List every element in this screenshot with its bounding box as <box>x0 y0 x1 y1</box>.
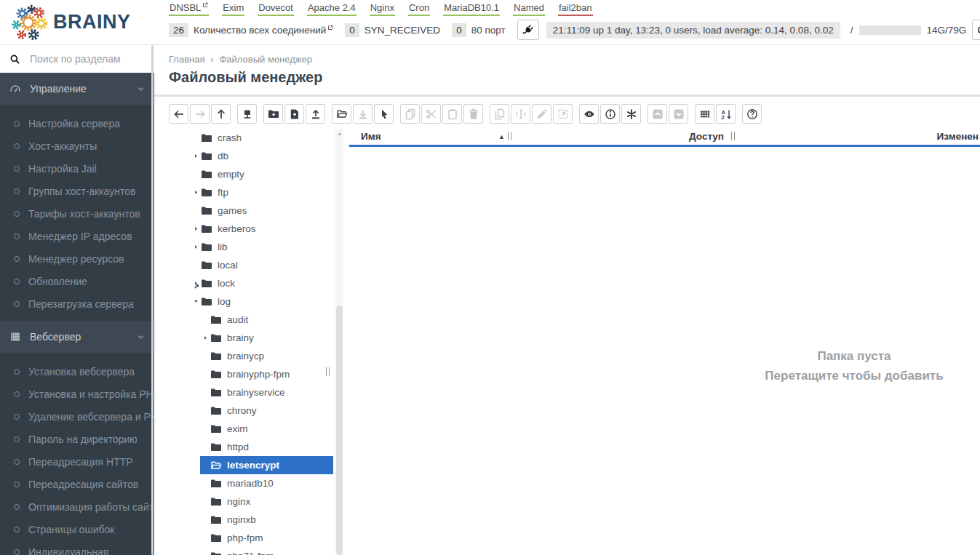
tree-item-brainy[interactable]: brainy <box>154 329 333 347</box>
column-header-modified[interactable]: Изменен <box>937 131 979 142</box>
search-input[interactable] <box>28 52 148 65</box>
extract-to-button[interactable] <box>553 104 573 124</box>
sort-order-button[interactable]: AZ <box>716 104 736 124</box>
tree-item-row[interactable]: lock <box>191 274 333 292</box>
sidebar-item-настройка-сервера[interactable]: Настройка сервера <box>0 112 154 135</box>
sidebar-item-настройка-jail[interactable]: Настройка Jail <box>0 157 154 180</box>
service-link-nginx[interactable]: Nginx <box>370 1 395 16</box>
sidebar-item-пароль-на-директорию[interactable]: Пароль на директорию <box>0 428 154 450</box>
tree-item-row[interactable]: games <box>191 201 333 220</box>
permissions-button[interactable] <box>621 104 641 124</box>
panel-resize-handle[interactable] <box>326 367 330 376</box>
service-link-exim[interactable]: Exim <box>222 1 244 16</box>
archive-compress-button[interactable] <box>648 104 667 124</box>
tree-item-row[interactable]: crash <box>191 129 333 147</box>
tree-item-brainycp[interactable]: brainycp <box>154 347 333 365</box>
scrollbar-up-icon[interactable] <box>337 131 343 137</box>
sidebar-item-оптимизация-работы-сайта[interactable]: Оптимизация работы сайта <box>0 495 154 518</box>
sidebar-item-перезагрузка-сервера[interactable]: Перезагрузка сервера <box>0 292 154 315</box>
tree-item-row[interactable]: audit <box>200 311 333 329</box>
properties-button[interactable] <box>600 104 620 124</box>
root-directory-button[interactable] <box>237 104 257 124</box>
sidebar-scrollbar[interactable] <box>151 45 154 555</box>
tree-item-row[interactable]: kerberos <box>191 220 333 238</box>
tree-scrollbar-thumb[interactable] <box>336 306 343 555</box>
tree-item-audit[interactable]: audit <box>154 311 333 329</box>
sidebar-item-переадресация-сайтов[interactable]: Переадресация сайтов <box>0 473 154 495</box>
tree-item-row[interactable]: mariadb10 <box>200 474 333 492</box>
service-link-apache-2-4[interactable]: Apache 2.4 <box>307 1 356 16</box>
sidebar-item-обновление[interactable]: Обновление <box>0 270 154 292</box>
sidebar-item-страницы-ошибок[interactable]: Страницы ошибок <box>0 518 154 540</box>
tree-item-row[interactable]: httpd <box>200 438 333 456</box>
service-link-cron[interactable]: Cron <box>408 1 430 16</box>
tree-item-nginxb[interactable]: nginxb <box>154 511 333 529</box>
tree-item-row[interactable]: db <box>191 147 333 165</box>
sidebar-item-менеджер-ip-адресов[interactable]: Менеджер IP адресов <box>0 225 154 247</box>
tree-item-brainyservice[interactable]: brainyservice <box>154 383 333 402</box>
sidebar-item-менеджер-ресурсов[interactable]: Менеджер ресурсов <box>0 247 154 270</box>
breadcrumb-home-link[interactable]: Главная <box>169 54 204 65</box>
duplicate-button[interactable] <box>490 104 509 124</box>
tree-item-row[interactable]: exim <box>200 420 333 438</box>
tree-item-nginx[interactable]: nginx <box>154 492 333 511</box>
expand-caret-icon[interactable] <box>191 244 201 250</box>
tree-item-row[interactable]: lib <box>191 238 333 256</box>
tree-item-mariadb10[interactable]: mariadb10 <box>154 474 333 492</box>
sidebar-item-установка-вебсервера[interactable]: Установка вебсервера <box>0 360 154 383</box>
tree-item-chrony[interactable]: chrony <box>154 402 333 420</box>
tree-item-row[interactable]: letsencrypt <box>200 456 333 474</box>
open-folder-button[interactable] <box>332 104 351 124</box>
tree-item-row[interactable]: brainyservice <box>200 383 333 402</box>
sidebar-item-группы-хост-аккаунтов[interactable]: Группы хост-аккаунтов <box>0 180 154 202</box>
tree-item-php71-fpm[interactable]: php71-fpm <box>154 547 333 555</box>
tree-item-row[interactable]: empty <box>191 165 333 183</box>
sidebar-item-удаление-вебсервера-и-php[interactable]: Удаление вебсервера и PHP <box>0 405 154 428</box>
sidebar-section-вебсервер[interactable]: Вебсервер <box>0 321 154 353</box>
service-link-fail2ban[interactable]: fail2ban <box>558 1 593 16</box>
tree-scrollbar[interactable] <box>335 129 343 555</box>
tree-item-row[interactable]: ftp <box>191 183 333 201</box>
tree-item-row[interactable]: brainy <box>200 329 333 347</box>
tree-item-letsencrypt[interactable]: letsencrypt <box>154 456 333 474</box>
tree-item-lock[interactable]: lock <box>154 274 333 292</box>
tree-item-row[interactable]: nginxb <box>200 511 333 529</box>
expand-caret-icon[interactable] <box>200 335 210 341</box>
expand-caret-icon[interactable] <box>191 153 201 159</box>
tree-item-empty[interactable]: empty <box>154 165 333 183</box>
tree-item-crash[interactable]: crash <box>154 129 333 147</box>
tree-item-brainyphp-fpm[interactable]: brainyphp-fpm <box>154 365 333 383</box>
preview-button[interactable] <box>579 104 599 124</box>
tree-item-local[interactable]: local <box>154 256 333 274</box>
column-header-name[interactable]: Имя <box>361 131 381 142</box>
cut-button[interactable] <box>421 104 441 124</box>
tree-item-row[interactable]: local <box>191 256 333 274</box>
tree-item-row[interactable]: php-fpm <box>200 529 333 547</box>
column-resize-handle-access[interactable] <box>731 132 735 140</box>
expand-caret-icon[interactable] <box>191 225 201 232</box>
download-button[interactable] <box>353 104 373 124</box>
tree-item-httpd[interactable]: httpd <box>154 438 333 456</box>
tree-item-lib[interactable]: lib <box>154 238 333 256</box>
logo[interactable]: BRAINY <box>0 0 154 44</box>
forward-button[interactable] <box>190 104 210 124</box>
sidebar-item-переадресация-http[interactable]: Переадресация HTTP <box>0 450 154 473</box>
copy-button[interactable] <box>400 104 420 124</box>
tree-item-ftp[interactable]: ftp <box>154 183 333 201</box>
new-folder-button[interactable] <box>263 104 283 124</box>
paste-button[interactable] <box>442 104 462 124</box>
sidebar-section-управление[interactable]: Управление <box>0 73 154 105</box>
tree-item-php-fpm[interactable]: php-fpm <box>154 529 333 547</box>
tree-item-db[interactable]: db <box>154 147 333 165</box>
connections-plug-button[interactable] <box>517 20 539 40</box>
rename-button[interactable] <box>511 104 530 124</box>
back-button[interactable] <box>169 104 188 124</box>
service-link-dovecot[interactable]: Dovecot <box>258 1 294 16</box>
sidebar-item-установка-и-настройка-php[interactable]: Установка и настройка PHP <box>0 383 154 405</box>
upload-button[interactable] <box>306 104 325 124</box>
sidebar-item-индивидуальная[interactable]: Индивидуальная <box>0 540 154 555</box>
new-file-button[interactable] <box>284 104 304 124</box>
up-directory-button[interactable] <box>211 104 231 124</box>
collapse-caret-icon[interactable] <box>191 298 201 305</box>
tree-item-log[interactable]: log <box>154 292 333 311</box>
